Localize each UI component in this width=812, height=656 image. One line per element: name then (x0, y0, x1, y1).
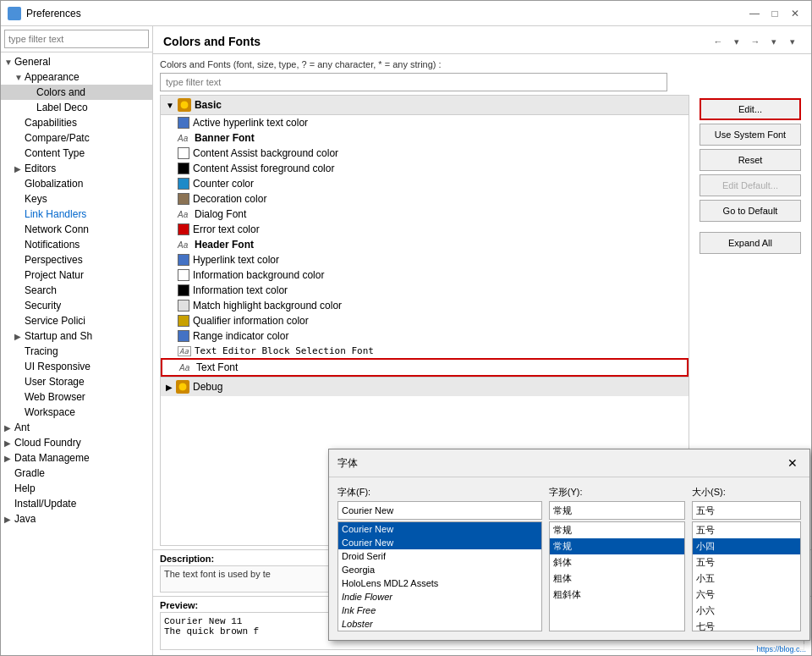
sidebar-item-appearance[interactable]: ▼ Appearance (1, 69, 152, 85)
tree-item-banner-font[interactable]: Aa Banner Font (161, 130, 689, 146)
tree-item-decoration-color[interactable]: Decoration color (161, 191, 689, 207)
sidebar-item-security[interactable]: Security (1, 298, 152, 313)
style-list[interactable]: 常规 常规 斜体 粗体 粗斜体 (549, 521, 685, 631)
edit-default-button[interactable]: Edit Default... (700, 174, 801, 196)
sidebar-item-help[interactable]: Help (1, 481, 152, 496)
arrow-icon: ▶ (4, 454, 14, 463)
size-list-item[interactable]: 五号 (693, 522, 800, 538)
font-list-item[interactable]: Ink Free (338, 604, 541, 617)
back-button[interactable]: ← (710, 33, 727, 50)
forward-dropdown-button[interactable]: ▾ (765, 33, 782, 50)
font-list[interactable]: Courier New Courier New Droid Serif Geor… (337, 521, 542, 631)
tree-item-match-highlight[interactable]: Match highlight background color (161, 298, 689, 313)
tree-item-qualifier-color[interactable]: Qualifier information color (161, 313, 689, 328)
sidebar-item-general[interactable]: ▼ General (1, 54, 152, 69)
sidebar-filter-input[interactable] (4, 30, 149, 48)
edit-button[interactable]: Edit... (700, 98, 801, 120)
sidebar-item-user-storage[interactable]: User Storage (1, 374, 152, 389)
sidebar-item-install[interactable]: Install/Update (1, 496, 152, 511)
size-list-item[interactable]: 六号 (693, 587, 800, 603)
basic-category-header[interactable]: ▼ Basic (161, 96, 689, 115)
font-list-item[interactable]: Lobster (338, 617, 541, 631)
size-list-item[interactable]: 小五 (693, 571, 800, 587)
style-input[interactable] (549, 501, 685, 520)
style-list-item[interactable]: 粗斜体 (550, 587, 684, 603)
sidebar-item-tracing[interactable]: Tracing (1, 344, 152, 359)
minimize-button[interactable]: — (745, 4, 764, 23)
sidebar-item-content-type[interactable]: Content Type (1, 146, 152, 161)
sidebar-item-label-deco[interactable]: Label Deco (1, 100, 152, 115)
expand-all-button[interactable]: Expand All (700, 232, 801, 254)
sidebar-item-notifications[interactable]: Notifications (1, 237, 152, 252)
size-list-item[interactable]: 小四 (693, 538, 800, 554)
style-list-item[interactable]: 常规 (550, 522, 684, 538)
sidebar-item-link-handlers[interactable]: Link Handlers (1, 207, 152, 222)
close-button[interactable]: ✕ (786, 4, 804, 23)
sidebar-item-search[interactable]: Search (1, 283, 152, 298)
font-list-item[interactable]: Indie Flower (338, 590, 541, 604)
sidebar-item-capabilities[interactable]: Capabilities (1, 115, 152, 130)
sidebar-item-label: Startup and Sh (25, 330, 92, 342)
size-list-item[interactable]: 小六 (693, 603, 800, 619)
tree-item-info-bg-color[interactable]: Information background color (161, 267, 689, 283)
font-list-item[interactable]: HoloLens MDL2 Assets (338, 576, 541, 590)
tree-item-range-indicator[interactable]: Range indicator color (161, 328, 689, 344)
font-filter-input[interactable] (160, 73, 667, 91)
size-input[interactable] (692, 501, 801, 520)
font-list-item[interactable]: Courier New (338, 522, 541, 536)
sidebar-item-network[interactable]: Network Conn (1, 222, 152, 237)
debug-category-header[interactable]: ▶ Debug (161, 377, 689, 396)
sidebar-item-service[interactable]: Service Polici (1, 313, 152, 328)
use-system-font-button[interactable]: Use System Font (700, 124, 801, 146)
sidebar-item-ant[interactable]: ▶ Ant (1, 420, 152, 435)
font-list-item[interactable]: Droid Serif (338, 549, 541, 563)
sidebar-item-startup[interactable]: ▶ Startup and Sh (1, 328, 152, 344)
dialog-close-button[interactable]: ✕ (784, 455, 801, 471)
menu-button[interactable]: ▾ (784, 33, 801, 50)
arrow-icon (14, 408, 25, 417)
reset-button[interactable]: Reset (700, 149, 801, 171)
tree-item-content-assist-fg[interactable]: Content Assist foreground color (161, 161, 689, 176)
tree-item-content-assist-bg[interactable]: Content Assist background color (161, 146, 689, 161)
tree-item-info-text-color[interactable]: Information text color (161, 283, 689, 298)
sidebar-item-web-browser[interactable]: Web Browser (1, 389, 152, 405)
sidebar-item-ui-responsive[interactable]: UI Responsive (1, 359, 152, 374)
tree-item-text-font[interactable]: Aa Text Font (161, 358, 689, 377)
color-swatch (178, 117, 189, 129)
tree-item-text-editor-block[interactable]: Aa Text Editor Block Selection Font (161, 344, 689, 358)
style-list-item[interactable]: 斜体 (550, 554, 684, 571)
maximize-button[interactable]: □ (765, 4, 784, 23)
go-to-default-button[interactable]: Go to Default (700, 200, 801, 222)
size-list-item[interactable]: 五号 (693, 554, 800, 571)
style-list-item[interactable]: 粗体 (550, 571, 684, 587)
tree-item-header-font[interactable]: Aa Header Font (161, 237, 689, 252)
sidebar-item-globalization[interactable]: Globalization (1, 176, 152, 191)
sidebar-item-keys[interactable]: Keys (1, 191, 152, 207)
style-list-item[interactable]: 常规 (550, 538, 684, 554)
tree-item-dialog-font[interactable]: Aa Dialog Font (161, 207, 689, 222)
sidebar-item-data-management[interactable]: ▶ Data Manageme (1, 450, 152, 466)
sidebar-item-colors-fonts[interactable]: Colors and (1, 85, 152, 100)
sidebar-item-project[interactable]: Project Natur (1, 267, 152, 283)
tree-item-hyperlink-color[interactable]: Hyperlink text color (161, 252, 689, 267)
tree-item-counter-color[interactable]: Counter color (161, 176, 689, 191)
size-list[interactable]: 五号 小四 五号 小五 六号 小六 七号 八号 (692, 521, 801, 631)
sidebar-item-editors[interactable]: ▶ Editors (1, 161, 152, 176)
arrow-icon (4, 484, 14, 493)
sidebar-item-cloud-foundry[interactable]: ▶ Cloud Foundry (1, 435, 152, 450)
sidebar-item-gradle[interactable]: Gradle (1, 466, 152, 481)
font-input[interactable] (337, 501, 542, 520)
sidebar-item-workspace[interactable]: Workspace (1, 405, 152, 420)
tree-item-error-text-color[interactable]: Error text color (161, 222, 689, 237)
sidebar-item-java[interactable]: ▶ Java (1, 511, 152, 526)
dialog-body: 字体(F): Courier New Courier New Droid Ser… (329, 477, 809, 640)
sidebar-item-label: General (14, 56, 51, 68)
sidebar-item-compare[interactable]: Compare/Patc (1, 130, 152, 146)
font-list-item[interactable]: Courier New (338, 536, 541, 549)
font-list-item[interactable]: Georgia (338, 563, 541, 576)
tree-item-active-hyperlink[interactable]: Active hyperlink text color (161, 115, 689, 130)
back-dropdown-button[interactable]: ▾ (728, 33, 745, 50)
sidebar-item-perspectives[interactable]: Perspectives (1, 252, 152, 267)
size-list-item[interactable]: 七号 (693, 619, 800, 631)
forward-button[interactable]: → (747, 33, 764, 50)
